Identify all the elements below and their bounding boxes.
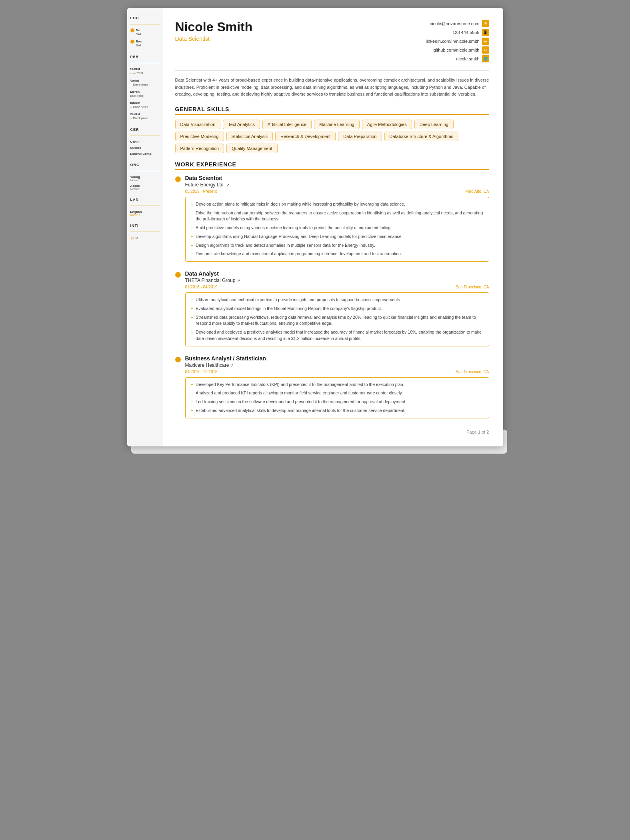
interest-icon-1: ⚙ [130, 236, 134, 240]
job-bullet-1-5: –Design algorithms to track and detect a… [191, 242, 483, 249]
skill-tag: Data Preparation [338, 132, 382, 141]
work-experience-section: WORK EXPERIENCE Data ScientistFuture Ene… [175, 161, 489, 418]
bullet-text: Developed Key Performance Indicators (KP… [196, 382, 404, 388]
bullet-dash: – [191, 329, 194, 342]
sidebar-edu-title: EDU [130, 16, 160, 20]
per-detail-5: – Predi provi [130, 116, 160, 120]
sidebar-cert-1: Certifi [130, 140, 160, 144]
job-dates-row-2: 01/2016 - 04/2019San Francisco, CA [185, 285, 489, 289]
linkedin-icon: in [482, 38, 489, 45]
sidebar-per-divider [130, 63, 160, 63]
lang-level-1: Native e [130, 214, 160, 216]
sidebar-cer-title: CER [130, 128, 160, 132]
contact-linkedin-row: linkedin.com/in/nicole.smith in [426, 38, 489, 45]
edu-dot-1 [130, 28, 134, 32]
bullet-text: Analyzed and produced KPI reports allowi… [196, 390, 403, 396]
bullet-dash: – [191, 297, 194, 303]
skill-tag: Quality Management [226, 144, 278, 153]
edu-school-2: SAI [136, 43, 142, 48]
bullet-text: Design algorithms to track and detect an… [196, 242, 375, 249]
header-left: Nicole Smith Data Scientist [175, 20, 253, 42]
job-company-3: Maxicare Healthcare ↗ [185, 362, 489, 368]
sidebar-edu-item-2: Bac SAI [130, 40, 160, 48]
sidebar-organizations: ORG Young Membe Assoc Membe [130, 163, 160, 190]
bullet-dash: – [191, 210, 194, 223]
contact-website-text: nicole.smith [456, 56, 479, 61]
sidebar-interest-1: ⚙ M [130, 236, 160, 240]
job-bullet-1-6: –Demonstrate knowledge and execution of … [191, 251, 483, 257]
sidebar-per-item-4: Inform – Utiliz basic [130, 101, 160, 109]
contact-email-row: nicole@novoresume.com ✉ [430, 20, 489, 27]
per-name-5: Statist [130, 112, 160, 116]
job-bullet-2-3: –Streamlined data processing workflows, … [191, 314, 483, 327]
per-name-3: Merch [130, 90, 160, 94]
bullet-dash: – [191, 314, 194, 327]
bullet-text: Develop action plans to mitigate risks i… [196, 201, 405, 208]
resume-header: Nicole Smith Data Scientist nicole@novor… [175, 20, 489, 62]
skills-section: GENERAL SKILLS Data VisualizationText An… [175, 106, 489, 153]
header-right: nicole@novoresume.com ✉ 123 444 5555 📱 l… [426, 20, 489, 62]
ext-link-icon[interactable]: ↗ [237, 278, 240, 283]
skills-title: GENERAL SKILLS [175, 106, 489, 115]
work-title: WORK EXPERIENCE [175, 161, 489, 170]
skill-tag: Research & Development [275, 132, 336, 141]
resume-page: EDU Ma SAI Bac [127, 8, 503, 446]
skill-tag: Data Visualization [175, 120, 221, 129]
skills-tags-container: Data VisualizationText AnalyticsArtifici… [175, 120, 489, 153]
job-bullet-1-4: –Develop algorithms using Natural Langua… [191, 234, 483, 240]
main-content: Nicole Smith Data Scientist nicole@novor… [163, 8, 503, 446]
interest-text-1: M [136, 236, 138, 240]
job-bullet-3-2: –Analyzed and produced KPI reports allow… [191, 390, 483, 396]
job-location-1: Palo Alto, CA [466, 189, 489, 194]
sidebar-per-item-5: Statist – Predi provi [130, 112, 160, 120]
contact-email-text: nicole@novoresume.com [430, 21, 479, 26]
bullet-text: Develop algorithms using Natural Languag… [196, 234, 402, 240]
sidebar-cert-2: Succes [130, 146, 160, 150]
job-title-3: Business Analyst / Statistician [185, 355, 489, 362]
sidebar-cert-3: Essenti Comp [130, 152, 160, 156]
ext-link-icon[interactable]: ↗ [230, 363, 234, 368]
skill-tag: Machine Learning [314, 120, 359, 129]
website-icon: 🌐 [482, 55, 489, 62]
sidebar-lan-divider [130, 206, 160, 206]
bullet-dash: – [191, 234, 194, 240]
skill-tag: Agile Methodologies [362, 120, 412, 129]
sidebar-education: EDU Ma SAI Bac [130, 16, 160, 48]
bullet-text: Streamlined data processing workflows, r… [196, 314, 483, 327]
job-dates-row-3: 04/2013 - 12/2015San Francisco, CA [185, 370, 489, 374]
per-name-2: Variat [130, 79, 160, 82]
edu-degree-2: Bac [136, 40, 142, 43]
contact-linkedin-text: linkedin.com/in/nicole.smith [426, 39, 480, 44]
bullet-dash: – [191, 242, 194, 249]
bullet-dash: – [191, 225, 194, 231]
sidebar-languages: LAN English Native e [130, 198, 160, 216]
sidebar-lan-title: LAN [130, 198, 160, 202]
job-dot-2 [175, 272, 181, 278]
job-title-1: Data Scientist [185, 175, 489, 181]
bullet-dash: – [191, 306, 194, 312]
sidebar-cer-divider [130, 136, 160, 136]
sidebar-edu-item-1: Ma SAI [130, 28, 160, 36]
bullet-text: Led training sessions on the software de… [196, 399, 406, 405]
job-dates-1: 05/2019 - Present [185, 189, 217, 194]
bullet-dash: – [191, 408, 194, 414]
skill-tag: Predictive Modeling [175, 132, 224, 141]
sidebar-per-item-3: Merch Built reco [130, 90, 160, 98]
bullet-dash: – [191, 390, 194, 396]
job-item-1: Data ScientistFuture Energy Ltd. ↗05/201… [175, 175, 489, 262]
job-dates-row-1: 05/2019 - PresentPalo Alto, CA [185, 189, 489, 194]
skill-tag: Artificial Intelligence [262, 120, 312, 129]
job-bullet-1-1: –Develop action plans to mitigate risks … [191, 201, 483, 208]
job-dot-1 [175, 176, 181, 182]
sidebar-org-2: Assoc Membe [130, 184, 160, 190]
job-title-2: Data Analyst [185, 270, 489, 277]
bullet-dash: – [191, 201, 194, 208]
jobs-container: Data ScientistFuture Energy Ltd. ↗05/201… [175, 175, 489, 418]
job-dates-3: 04/2013 - 12/2015 [185, 370, 218, 374]
job-bullet-2-4: –Developed and deployed a predictive ana… [191, 329, 483, 342]
skill-tag: Pattern Recognition [175, 144, 224, 153]
job-location-2: San Francisco, CA [456, 285, 489, 289]
ext-link-icon[interactable]: ↗ [226, 183, 229, 187]
job-item-3: Business Analyst / StatisticianMaxicare … [175, 355, 489, 418]
sidebar-certifications: CER Certifi Succes Essenti Comp [130, 128, 160, 156]
